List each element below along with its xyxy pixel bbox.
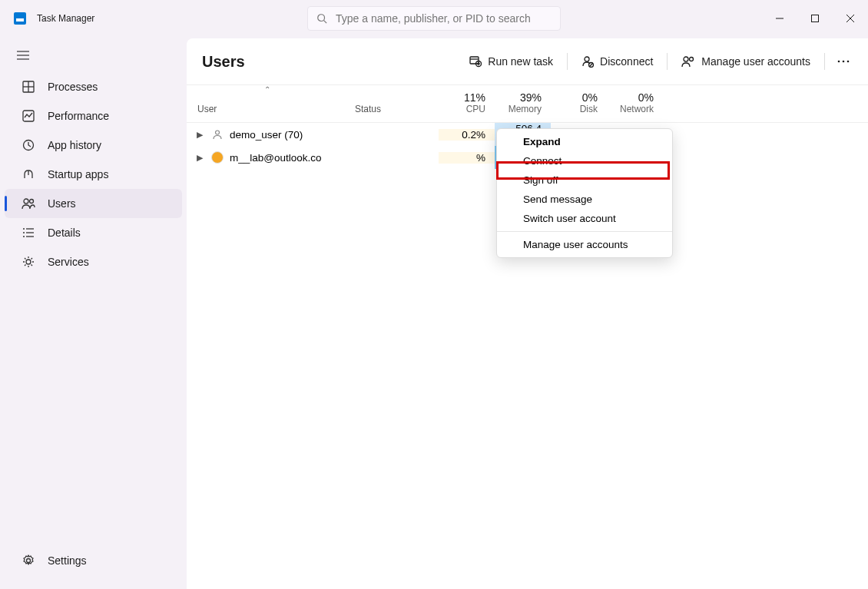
minimize-button[interactable] — [762, 6, 797, 31]
svg-point-35 — [684, 57, 688, 61]
app-title: Task Manager — [37, 13, 94, 24]
manage-accounts-icon — [681, 55, 695, 68]
sidebar-item-label: Users — [48, 197, 76, 210]
sidebar-item-details[interactable]: Details — [5, 218, 182, 247]
sidebar-item-app-history[interactable]: App history — [5, 131, 182, 160]
more-options-button[interactable] — [830, 55, 857, 68]
sidebar-item-performance[interactable]: Performance — [5, 101, 182, 131]
sidebar-item-users[interactable]: Users — [5, 189, 182, 218]
user-name: m__lab@outlook.co — [230, 152, 322, 164]
run-task-icon — [469, 55, 482, 68]
svg-point-39 — [847, 61, 850, 63]
user-avatar-icon — [211, 151, 224, 164]
svg-point-26 — [27, 559, 31, 563]
svg-point-36 — [690, 58, 694, 61]
app-icon — [14, 12, 26, 25]
context-menu: Expand Connect Sign off Send message Swi… — [496, 128, 673, 258]
sidebar-item-processes[interactable]: Processes — [5, 72, 182, 101]
column-header-memory[interactable]: 39% Memory — [495, 85, 551, 122]
svg-point-18 — [30, 200, 34, 204]
column-header-status[interactable]: Status — [347, 85, 439, 122]
history-icon — [22, 138, 35, 152]
context-menu-expand[interactable]: Expand — [497, 132, 672, 151]
column-header-user[interactable]: ⌃ User — [187, 85, 347, 122]
svg-rect-1 — [812, 15, 819, 22]
more-icon — [837, 60, 850, 63]
svg-point-32 — [585, 57, 589, 61]
table-header: ⌃ User Status 11% CPU 39% Memory 0% Disk… — [187, 85, 868, 123]
column-header-network[interactable]: 0% Network — [607, 85, 663, 122]
sidebar-item-label: Performance — [48, 110, 109, 122]
column-header-cpu[interactable]: 11% CPU — [439, 85, 495, 122]
run-new-task-button[interactable]: Run new task — [460, 51, 562, 72]
context-menu-sign-off[interactable]: Sign off — [497, 170, 672, 190]
svg-point-17 — [24, 199, 28, 204]
sort-caret-icon: ⌃ — [264, 85, 270, 94]
sidebar-item-label: Services — [48, 256, 89, 268]
svg-point-25 — [26, 260, 31, 264]
maximize-button[interactable] — [797, 6, 833, 31]
services-icon — [22, 255, 35, 269]
sidebar-item-label: Processes — [48, 81, 98, 93]
sidebar-item-label: App history — [48, 139, 101, 151]
svg-point-4 — [318, 15, 325, 22]
column-header-disk[interactable]: 0% Disk — [551, 85, 607, 122]
search-icon — [316, 13, 327, 24]
expand-icon[interactable]: ▶ — [194, 153, 205, 163]
context-menu-manage-accounts[interactable]: Manage user accounts — [497, 235, 672, 254]
disconnect-button[interactable]: Disconnect — [572, 51, 662, 72]
user-icon — [211, 128, 224, 141]
svg-line-5 — [324, 21, 327, 24]
performance-icon — [22, 109, 35, 123]
manage-accounts-button[interactable]: Manage user accounts — [672, 51, 820, 72]
hamburger-button[interactable] — [0, 43, 187, 68]
cpu-cell: 0.2% — [439, 129, 495, 141]
svg-line-34 — [590, 64, 593, 67]
sidebar-item-services[interactable]: Services — [5, 247, 182, 276]
svg-point-37 — [838, 61, 840, 63]
main-panel: Users Run new task Disconnect Manage use… — [187, 38, 868, 589]
sidebar-item-label: Startup apps — [48, 168, 108, 180]
search-input[interactable] — [307, 6, 561, 31]
sidebar: Processes Performance App history Startu… — [0, 37, 187, 589]
sidebar-item-label: Settings — [48, 554, 87, 567]
context-menu-switch-user[interactable]: Switch user account — [497, 209, 672, 228]
svg-point-38 — [843, 61, 845, 63]
expand-icon[interactable]: ▶ — [194, 130, 205, 140]
cpu-cell: % — [439, 152, 495, 164]
close-button[interactable] — [833, 6, 868, 31]
disconnect-icon — [581, 55, 594, 68]
sidebar-item-startup-apps[interactable]: Startup apps — [5, 160, 182, 189]
user-name: demo_user (70) — [230, 129, 303, 141]
startup-icon — [22, 167, 35, 181]
users-icon — [22, 197, 35, 210]
gear-icon — [22, 554, 35, 567]
details-icon — [22, 226, 35, 240]
sidebar-item-settings[interactable]: Settings — [5, 546, 182, 575]
context-menu-send-message[interactable]: Send message — [497, 190, 672, 209]
context-menu-connect[interactable]: Connect — [497, 151, 672, 170]
svg-point-40 — [216, 131, 220, 134]
svg-rect-27 — [470, 57, 479, 64]
search-container — [307, 6, 561, 31]
page-title: Users — [202, 53, 245, 71]
grid-icon — [22, 80, 35, 94]
sidebar-item-label: Details — [48, 227, 81, 239]
